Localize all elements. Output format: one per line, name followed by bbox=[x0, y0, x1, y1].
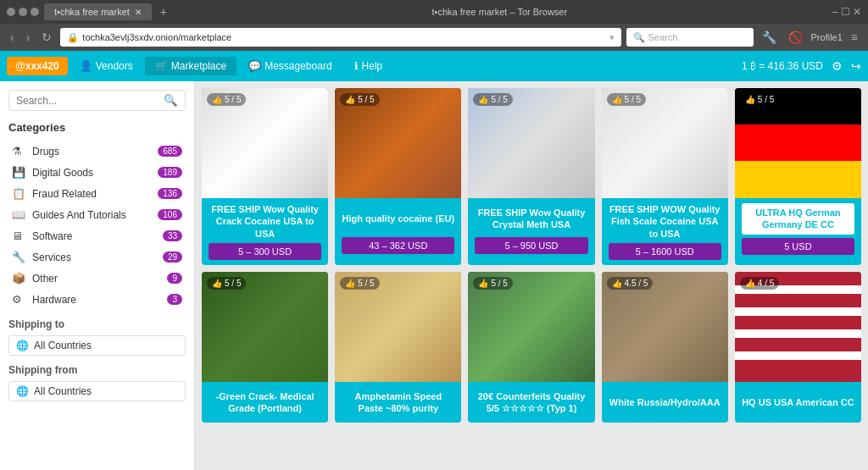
product-price-2[interactable]: 43 – 362 USD bbox=[342, 237, 454, 254]
rating-6: 👍 5 / 5 bbox=[207, 277, 246, 290]
profile-button[interactable]: Profile1 bbox=[811, 32, 843, 42]
product-card-4[interactable]: 👍 5 / 5 FREE SHIP WOW Quality Fish Scale… bbox=[602, 88, 728, 265]
product-info-6: -Green Crack- Medical Grade (Portland) bbox=[202, 382, 328, 423]
address-bar[interactable]: 🔒 tochka3evlj3sxdv.onion/marketplace ▾ bbox=[60, 28, 620, 47]
marketplace-nav-item[interactable]: 🛒 Marketplace bbox=[145, 57, 236, 75]
rating-1: 👍 5 / 5 bbox=[207, 93, 246, 106]
forward-button[interactable]: › bbox=[23, 29, 34, 46]
shipping-to-selector[interactable]: 🌐 All Countries bbox=[8, 335, 186, 356]
product-grid: 👍 5 / 5 FREE SHIP Wow Quality Crack Coca… bbox=[202, 88, 861, 423]
category-services[interactable]: 🔧 Services 29 bbox=[8, 246, 186, 268]
refresh-button[interactable]: ↻ bbox=[38, 29, 55, 46]
product-image-6: 👍 5 / 5 bbox=[202, 272, 328, 382]
help-nav-item[interactable]: ℹ Help bbox=[344, 57, 393, 75]
main-layout: 🔍 Categories ⚗ Drugs 685 💾 Digital Goods… bbox=[0, 81, 868, 470]
drugs-label: Drugs bbox=[32, 146, 158, 158]
product-info-3: FREE SHIP Wow Quality Crystal Meth USA 5… bbox=[468, 198, 594, 259]
sidebar-search[interactable]: 🔍 bbox=[8, 90, 186, 111]
product-price-1[interactable]: 5 – 300 USD bbox=[209, 243, 321, 260]
category-other[interactable]: 📦 Other 9 bbox=[8, 268, 186, 289]
globe-icon: 🌐 bbox=[16, 340, 29, 351]
category-drugs[interactable]: ⚗ Drugs 685 bbox=[8, 141, 186, 162]
fraud-label: Fraud Related bbox=[32, 188, 158, 200]
dot-1 bbox=[7, 8, 15, 16]
logout-icon[interactable]: ↪ bbox=[851, 59, 861, 73]
messageboard-label: Messageboard bbox=[264, 60, 331, 72]
menu-button[interactable]: ≡ bbox=[848, 29, 861, 46]
digital-goods-icon: 💾 bbox=[12, 166, 27, 179]
product-card-8[interactable]: 👍 5 / 5 20€ Counterfeits Quality 5/5 ☆☆☆… bbox=[468, 272, 594, 423]
fraud-icon: 📋 bbox=[12, 187, 27, 200]
product-card-1[interactable]: 👍 5 / 5 FREE SHIP Wow Quality Crack Coca… bbox=[202, 88, 328, 265]
software-icon: 🖥 bbox=[12, 229, 27, 242]
search-input[interactable] bbox=[16, 95, 164, 107]
product-info-1: FREE SHIP Wow Quality Crack Cocaine USA … bbox=[202, 198, 328, 265]
product-card-7[interactable]: 👍 5 / 5 Amphetamin Speed Paste ~80% puri… bbox=[335, 272, 461, 423]
browser-tab[interactable]: t•chka free market ✕ bbox=[44, 3, 152, 20]
hardware-icon: ⚙ bbox=[12, 293, 27, 306]
shipping-to-value: All Countries bbox=[34, 340, 92, 351]
vendors-label: Vendors bbox=[96, 60, 133, 72]
back-button[interactable]: ‹ bbox=[7, 29, 18, 46]
digital-goods-label: Digital Goods bbox=[32, 167, 158, 179]
url-text: tochka3evlj3sxdv.onion/marketplace bbox=[82, 32, 231, 42]
marketplace-label: Marketplace bbox=[171, 60, 226, 72]
product-card-10[interactable]: 👍 4 / 5 HQ US USA American CC bbox=[735, 272, 861, 423]
product-price-3[interactable]: 5 – 950 USD bbox=[475, 237, 587, 254]
product-card-2[interactable]: 👍 5 / 5 High quality cocaine (EU) 43 – 3… bbox=[335, 88, 461, 265]
messageboard-icon: 💬 bbox=[248, 60, 261, 72]
globe-from-icon: 🌐 bbox=[16, 385, 29, 397]
software-label: Software bbox=[32, 230, 163, 242]
services-label: Services bbox=[32, 252, 163, 263]
product-info-10: HQ US USA American CC bbox=[735, 382, 861, 423]
product-title-1: FREE SHIP Wow Quality Crack Cocaine USA … bbox=[209, 203, 321, 240]
extensions-button[interactable]: 🔧 bbox=[759, 29, 780, 46]
browser-search-bar[interactable]: 🔍 Search bbox=[626, 28, 754, 47]
marketplace-icon: 🛒 bbox=[155, 60, 168, 72]
shipping-from-value: All Countries bbox=[34, 385, 92, 397]
product-price-5[interactable]: 5 USD bbox=[742, 238, 854, 255]
category-hardware[interactable]: ⚙ Hardware 3 bbox=[8, 289, 186, 310]
dot-3 bbox=[31, 8, 39, 16]
product-title-5: ULTRA HQ German Germany DE CC bbox=[742, 203, 854, 235]
shipping-to-title: Shipping to bbox=[8, 318, 186, 330]
product-image-3: 👍 5 / 5 bbox=[468, 88, 594, 198]
guides-label: Guides And Tutorials bbox=[32, 209, 158, 221]
dot-2 bbox=[19, 8, 27, 16]
hardware-badge: 3 bbox=[167, 294, 182, 305]
sidebar: 🔍 Categories ⚗ Drugs 685 💾 Digital Goods… bbox=[0, 81, 195, 470]
window-title: t•chka free market – Tor Browser bbox=[172, 7, 827, 17]
product-card-3[interactable]: 👍 5 / 5 FREE SHIP Wow Quality Crystal Me… bbox=[468, 88, 594, 265]
window-controls: – ☐ ✕ bbox=[832, 6, 861, 18]
category-digital-goods[interactable]: 💾 Digital Goods 189 bbox=[8, 162, 186, 183]
address-bar-row: ‹ › ↻ 🔒 tochka3evlj3sxdv.onion/marketpla… bbox=[0, 24, 868, 51]
settings-icon[interactable]: ⚙ bbox=[832, 59, 843, 73]
rating-5: 👍 5 / 5 bbox=[740, 93, 779, 106]
new-tab-icon[interactable]: + bbox=[160, 5, 167, 19]
category-guides[interactable]: 📖 Guides And Tutorials 106 bbox=[8, 204, 186, 225]
product-title-3: FREE SHIP Wow Quality Crystal Meth USA bbox=[475, 203, 587, 234]
shipping-from-selector[interactable]: 🌐 All Countries bbox=[8, 381, 186, 401]
username-badge[interactable]: @xxx420 bbox=[7, 57, 68, 75]
product-card-6[interactable]: 👍 5 / 5 -Green Crack- Medical Grade (Por… bbox=[202, 272, 328, 423]
site-nav: @xxx420 👤 Vendors 🛒 Marketplace 💬 Messag… bbox=[0, 51, 868, 81]
messageboard-nav-item[interactable]: 💬 Messageboard bbox=[238, 57, 342, 75]
digital-goods-badge: 189 bbox=[158, 167, 182, 178]
balance-display: 1 ₿ = 416.36 USD bbox=[742, 60, 823, 72]
help-icon: ℹ bbox=[354, 60, 359, 72]
services-badge: 29 bbox=[163, 252, 182, 263]
category-fraud[interactable]: 📋 Fraud Related 136 bbox=[8, 183, 186, 204]
product-price-4[interactable]: 5 – 1600 USD bbox=[609, 243, 721, 260]
product-image-4: 👍 5 / 5 bbox=[602, 88, 728, 198]
product-card-5[interactable]: 👍 5 / 5 ULTRA HQ German Germany DE CC 5 … bbox=[735, 88, 861, 265]
search-button[interactable]: 🔍 bbox=[164, 94, 178, 107]
dropdown-icon[interactable]: ▾ bbox=[609, 32, 615, 43]
product-title-4: FREE SHIP WOW Quality Fish Scale Cocaine… bbox=[609, 203, 721, 240]
no-script-button[interactable]: 🚫 bbox=[785, 29, 806, 46]
guides-icon: 📖 bbox=[12, 208, 27, 221]
vendors-nav-item[interactable]: 👤 Vendors bbox=[70, 57, 143, 75]
tab-close-icon[interactable]: ✕ bbox=[135, 8, 142, 17]
product-card-9[interactable]: 👍 4.5 / 5 White Russia/Hydro/AAA bbox=[602, 272, 728, 423]
category-software[interactable]: 🖥 Software 33 bbox=[8, 225, 186, 246]
other-label: Other bbox=[32, 273, 167, 285]
